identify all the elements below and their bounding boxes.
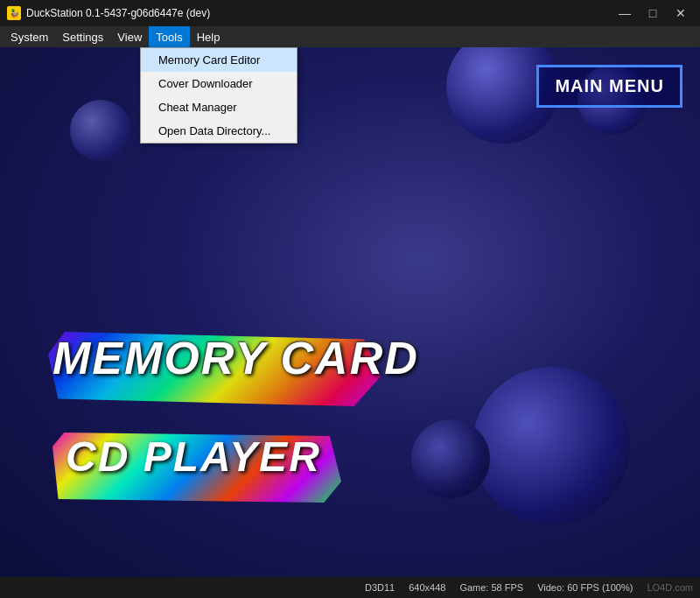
main-content: MAIN MENU MEMORY CARD CD PLAYER xyxy=(0,47,700,577)
menu-bar: System Settings View Tools Help Memory C… xyxy=(0,26,700,47)
main-menu-button[interactable]: MAIN MENU xyxy=(536,65,682,108)
window-controls: — □ ✕ xyxy=(612,4,693,23)
menu-item-open-data-dir[interactable]: Open Data Directory... xyxy=(141,119,297,143)
app-icon: 🦆 xyxy=(7,6,21,20)
close-button[interactable]: ✕ xyxy=(668,4,693,23)
menu-item-cheat-manager[interactable]: Cheat Manager xyxy=(141,95,297,119)
minimize-button[interactable]: — xyxy=(612,4,637,23)
menu-system[interactable]: System xyxy=(4,26,55,47)
maximize-button[interactable]: □ xyxy=(640,4,665,23)
menu-item-memory-card-editor[interactable]: Memory Card Editor xyxy=(141,48,297,72)
resolution-status: 640x448 xyxy=(409,582,445,593)
menu-help[interactable]: Help xyxy=(190,26,228,47)
renderer-status: D3D11 xyxy=(365,582,395,593)
menu-settings[interactable]: Settings xyxy=(55,26,110,47)
sphere-top-left xyxy=(70,100,131,161)
game-fps-status: Game: 58 FPS xyxy=(459,582,523,593)
cd-player-label[interactable]: CD PLAYER xyxy=(66,433,321,481)
sphere-bottom-right xyxy=(472,367,630,524)
menu-tools[interactable]: Tools xyxy=(149,26,189,47)
video-fps-status: Video: 60 FPS (100%) xyxy=(537,582,633,593)
tools-dropdown: Memory Card Editor Cover Downloader Chea… xyxy=(140,47,298,144)
memory-card-label[interactable]: MEMORY CARD xyxy=(52,332,419,384)
menu-item-cover-downloader[interactable]: Cover Downloader xyxy=(141,72,297,95)
window-title: DuckStation 0.1-5437-g06d6447e (dev) xyxy=(26,7,210,19)
menu-view[interactable]: View xyxy=(110,26,149,47)
watermark: LO4D.com xyxy=(647,582,693,593)
title-bar: 🦆 DuckStation 0.1-5437-g06d6447e (dev) —… xyxy=(0,0,700,26)
status-bar: D3D11 640x448 Game: 58 FPS Video: 60 FPS… xyxy=(0,577,700,598)
sphere-bottom-mid xyxy=(411,419,490,498)
